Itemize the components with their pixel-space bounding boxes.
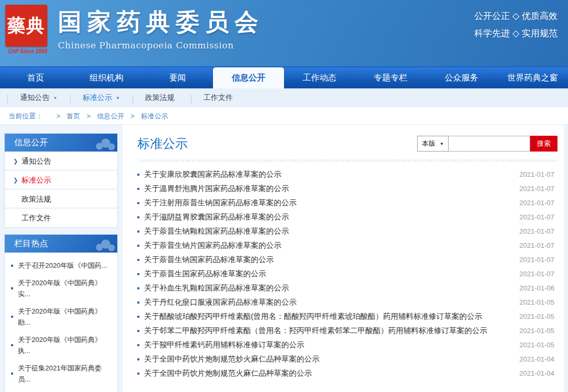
subnav-item[interactable]: 标准公示 ▼ — [70, 93, 133, 103]
info-box-list: ❯ 通知公告 ❯ 标准公示 政策法规 工作 — [5, 152, 117, 227]
announcement-link[interactable]: 关于羧甲纤维素钙药用辅料标准修订草案的公示 — [144, 340, 305, 350]
announcement-link[interactable]: 关于萘普生国家药品标准草案的公示 — [144, 269, 266, 279]
bullet-square-icon — [137, 245, 139, 247]
announcement-row-left: 关于萘普生国家药品标准草案的公示 — [137, 269, 266, 279]
announcement-link[interactable]: 关于萘普生钠国家药品标准草案的公示 — [144, 255, 274, 265]
search-scope-label: 本版 — [422, 139, 435, 148]
subnav-item[interactable]: 政策法规 — [133, 93, 191, 103]
announcement-date: 2021-01-07 — [520, 199, 558, 207]
main-nav: 首页 组织机构 要闻 信息公开 工作动态 专题专栏 公众服务 世界药典之窗 — [0, 66, 568, 88]
announcement-link[interactable]: 关于全国中药饮片炮制规范炒火麻仁品种草案的公示 — [144, 354, 320, 364]
announcement-date: 2021-01-05 — [520, 327, 558, 335]
announcement-row: 关于滋阴益胃胶囊国家药品标准草案的公示 2021-01-07 — [137, 210, 557, 224]
sidebar-item[interactable]: 政策法规 — [5, 189, 117, 208]
announcement-row-left: 关于安康欣胶囊国家药品标准草案的公示 — [137, 169, 281, 179]
subnav-item[interactable]: 工作文件 — [191, 93, 249, 103]
bullet-square-icon — [137, 358, 139, 360]
announcement-link[interactable]: 关于萘普生钠片国家药品标准草案的公示 — [144, 240, 281, 250]
breadcrumb-link[interactable]: 首页 — [50, 112, 80, 121]
announcement-row-left: 关于全国中药饮片炮制规范炒火麻仁品种草案的公示 — [137, 354, 320, 364]
slogan-line-1: 公开公正 ◇ 优质高效 — [474, 7, 557, 25]
announcement-link[interactable]: 关于萘普生钠颗粒国家药品标准草案的公示 — [144, 226, 289, 236]
announcement-link[interactable]: 关于注射用萘普生钠国家药品标准草案的公示 — [144, 198, 297, 208]
sidebar-item[interactable]: ❯ 标准公示 — [5, 170, 117, 189]
search-button[interactable]: 搜索 — [530, 136, 557, 152]
nav-tab[interactable]: 工作动态 — [284, 67, 355, 88]
announcement-link[interactable]: 关于滋阴益胃胶囊国家药品标准草案的公示 — [144, 212, 289, 222]
announcement-link[interactable]: 关于丹红化瘀口服液国家药品标准草案的公示 — [144, 297, 297, 307]
hot-box-list: 关于召开2020年版《中国药... 关于2020年版《中国药典》实... 关于2… — [5, 253, 117, 392]
announcement-link[interactable]: 关于醋酸琥珀酸羟丙甲纤维素酯(曾用名：醋酸羟丙甲纤维素琥珀酸酯）药用辅料标准修订… — [144, 311, 482, 321]
bullet-square-icon — [137, 259, 139, 261]
bullet-square-icon — [11, 265, 13, 267]
announcement-link[interactable]: 关于安康欣胶囊国家药品标准草案的公示 — [144, 169, 281, 179]
info-disclosure-box: 信息公开 ❯ 通知公告 ❯ 标准公示 政策法规 — [4, 133, 118, 228]
search-scope-dropdown[interactable]: 本版 ▼ — [417, 136, 449, 152]
hot-item-label: 关于2020年版《中国药典》勘... — [18, 306, 112, 328]
nav-tab[interactable]: 专题专栏 — [355, 67, 426, 88]
site-title: 国家药典委员会 — [58, 6, 264, 38]
announcement-row-left: 关于萘普生钠颗粒国家药品标准草案的公示 — [137, 226, 289, 236]
chevron-down-icon: ▼ — [116, 96, 120, 100]
announcement-row: 关于萘普生钠颗粒国家药品标准草案的公示 2021-01-07 — [137, 224, 557, 238]
bullet-square-icon — [137, 344, 139, 346]
nav-tab[interactable]: 首页 — [0, 67, 71, 88]
announcement-link[interactable]: 关于全国中药饮片炮制规范火麻仁品种草案的公示 — [144, 368, 312, 378]
breadcrumb-prefix: 当前位置： — [8, 112, 43, 121]
nav-tab[interactable]: 组织机构 — [71, 67, 142, 88]
announcement-link[interactable]: 关于补血生乳颗粒国家药品标准草案的公示 — [144, 283, 289, 293]
announcement-date: 2021-01-07 — [520, 270, 558, 278]
announcement-row: 关于萘普生钠国家药品标准草案的公示 2021-01-07 — [137, 253, 557, 267]
seal-caption: ChP Since 1950 — [5, 48, 50, 54]
announcement-row: 关于全国中药饮片炮制规范火麻仁品种草案的公示 2021-01-04 — [137, 366, 557, 380]
subnav-item[interactable]: 通知公告 ▼ — [7, 93, 70, 103]
bullet-square-icon — [11, 316, 13, 318]
announcement-row: 关于邻苯二甲酸羟丙甲纤维素酯（曾用名：羟丙甲纤维素邻苯二甲酸酯）药用辅料标准修订… — [137, 324, 557, 338]
subnav-item-label: 政策法规 — [145, 93, 175, 103]
breadcrumb: 当前位置： 首页 信息公开 标准公示 — [0, 108, 568, 125]
bullet-square-icon — [11, 344, 13, 346]
site-logo[interactable]: 藥典 ChP Since 1950 — [5, 5, 50, 54]
nav-tab[interactable]: 世界药典之窗 — [497, 67, 568, 88]
pharmacopoeia-seal-icon: 藥典 — [5, 5, 47, 47]
nav-tab[interactable]: 信息公开 — [213, 67, 284, 88]
breadcrumb-link[interactable]: 标准公示 — [124, 112, 168, 121]
brand-block: 国家药典委员会 Chinese Pharmacopoeia Commission — [58, 6, 264, 51]
bullet-square-icon — [137, 202, 139, 204]
breadcrumb-link[interactable]: 信息公开 — [80, 112, 125, 121]
hot-list-item[interactable]: 关于2020年版《中国药典》实... — [11, 274, 112, 303]
main-header: 标准公示 本版 ▼ 搜索 — [137, 125, 557, 152]
search-input[interactable] — [449, 136, 530, 152]
slogan-line-2: 科学先进 ◇ 实用规范 — [474, 25, 557, 42]
announcement-date: 2021-01-07 — [520, 227, 558, 235]
announcement-link[interactable]: 关于温胃舒泡腾片国家药品标准草案的公示 — [144, 184, 289, 194]
subnav-item-label: 通知公告 — [20, 93, 49, 103]
announcement-row-left: 关于羧甲纤维素钙药用辅料标准修订草案的公示 — [137, 340, 305, 350]
announcement-row-left: 关于全国中药饮片炮制规范火麻仁品种草案的公示 — [137, 368, 312, 378]
sidebar-item[interactable]: ❯ 通知公告 — [5, 152, 117, 170]
announcement-link[interactable]: 关于邻苯二甲酸羟丙甲纤维素酯（曾用名：羟丙甲纤维素邻苯二甲酸酯）药用辅料标准修订… — [144, 326, 488, 336]
hot-topics-box: 栏目热点 关于召开2020年版《中国药... 关于2020年版《中国药典》实..… — [4, 234, 118, 392]
hot-list-item[interactable]: 关于召开2020年版《中国药... — [11, 257, 112, 274]
announcement-date: 2021-01-07 — [520, 213, 558, 221]
header-slogans: 公开公正 ◇ 优质高效 科学先进 ◇ 实用规范 — [474, 7, 557, 42]
announcement-row: 关于注射用萘普生钠国家药品标准草案的公示 2021-01-07 — [137, 196, 557, 210]
announcement-row: 关于温胃舒泡腾片国家药品标准草案的公示 2021-01-07 — [137, 182, 557, 196]
search-group: 本版 ▼ 搜索 — [417, 136, 557, 152]
hot-box-title: 栏目热点 — [5, 235, 117, 253]
hot-item-label: 关于2020年版《中国药典》执... — [18, 334, 112, 356]
hot-list-item[interactable]: 关于2020年版《中国药典》勘... — [11, 303, 112, 331]
hot-list-item[interactable]: 关于征集2021年国家药典委员... — [11, 359, 112, 388]
sidebar-item-label: 标准公示 — [22, 170, 51, 189]
nav-tab[interactable]: 公众服务 — [426, 67, 497, 88]
bullet-square-icon — [137, 301, 139, 304]
bullet-square-icon — [11, 373, 13, 375]
announcement-date: 2021-01-05 — [520, 341, 558, 349]
hot-list-item[interactable]: 关于2020年版《中国药典》执... — [11, 331, 112, 359]
nav-tab[interactable]: 要闻 — [142, 67, 213, 88]
hot-item-label: 关于召开2020年版《中国药... — [18, 260, 107, 271]
bullet-square-icon — [11, 287, 13, 289]
bullet-square-icon — [137, 230, 139, 233]
sidebar-item[interactable]: 工作文件 — [5, 208, 117, 227]
announcement-row-left: 关于滋阴益胃胶囊国家药品标准草案的公示 — [137, 212, 289, 222]
